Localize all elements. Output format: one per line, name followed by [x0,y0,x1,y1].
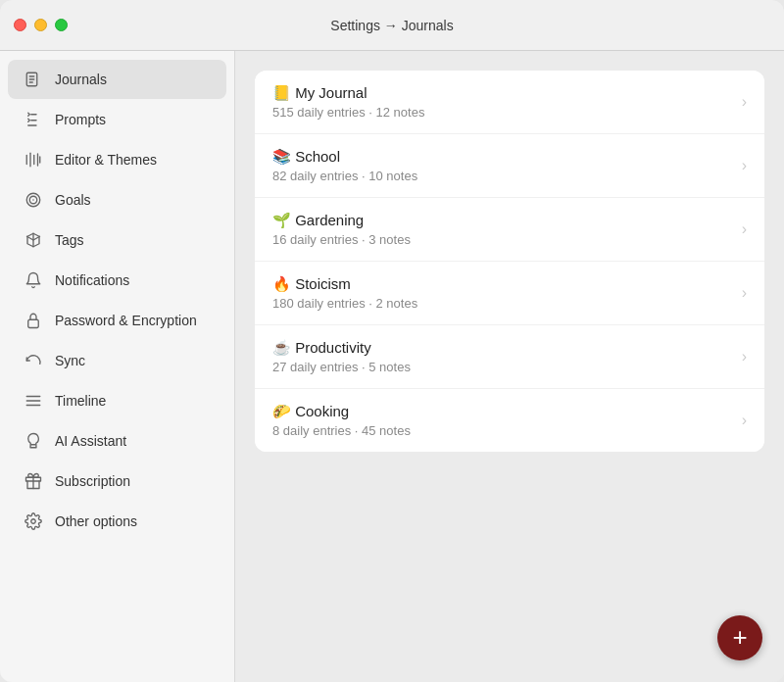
sidebar-item-notifications[interactable]: Notifications [8,261,226,300]
timeline-icon [24,391,43,411]
sidebar-item-journals[interactable]: Journals [8,60,226,99]
sidebar-item-prompts-label: Prompts [55,112,106,127]
sidebar-item-editor-label: Editor & Themes [55,152,157,168]
sidebar-item-subscription[interactable]: Subscription [8,462,226,501]
chevron-right-icon: › [742,412,747,429]
traffic-lights [14,19,68,31]
sidebar-item-notifications-label: Notifications [55,272,129,288]
sidebar-item-password[interactable]: Password & Encryption [8,301,226,340]
maximize-button[interactable] [55,19,68,31]
goals-icon [24,190,43,210]
journal-info: ☕ Productivity 27 daily entries · 5 note… [272,339,734,374]
sync-icon [24,351,43,370]
editor-icon [24,150,43,170]
prompts-icon [24,110,43,129]
journal-name: 🔥 Stoicism [272,275,734,293]
minimize-button[interactable] [34,19,47,31]
svg-point-20 [31,519,36,524]
sidebar-item-subscription-label: Subscription [55,473,130,489]
journal-meta: 180 daily entries · 2 notes [272,296,734,311]
svg-rect-15 [28,319,39,327]
journal-meta: 8 daily entries · 45 notes [272,423,734,438]
journal-item[interactable]: 🌱 Gardening 16 daily entries · 3 notes › [255,198,764,262]
journal-name: 🌮 Cooking [272,403,734,420]
journal-meta: 82 daily entries · 10 notes [272,169,734,183]
sidebar-item-prompts[interactable]: Prompts [8,100,226,139]
chevron-right-icon: › [742,348,747,365]
journal-info: 📚 School 82 daily entries · 10 notes [272,148,734,183]
sidebar-item-sync[interactable]: Sync [8,341,226,380]
journal-info: 🌱 Gardening 16 daily entries · 3 notes [272,212,734,247]
tags-icon [24,230,43,250]
sidebar-item-other-label: Other options [55,513,137,529]
journal-meta: 27 daily entries · 5 notes [272,360,734,374]
titlebar: Settings → Journals [0,0,784,51]
sidebar: Journals Prompts Editor & Themes Goals T [0,51,235,682]
chevron-right-icon: › [742,93,747,111]
sidebar-item-password-label: Password & Encryption [55,313,197,328]
journal-meta: 515 daily entries · 12 notes [272,105,734,120]
sidebar-item-tags-label: Tags [55,232,84,248]
journal-name: 🌱 Gardening [272,212,734,229]
notifications-icon [24,270,43,290]
chevron-right-icon: › [742,220,747,238]
window-title: Settings → Journals [330,18,453,33]
subscription-icon [24,471,43,491]
journal-item[interactable]: 🔥 Stoicism 180 daily entries · 2 notes › [255,262,764,325]
journal-meta: 16 daily entries · 3 notes [272,232,734,247]
close-button[interactable] [14,19,26,31]
sidebar-item-goals[interactable]: Goals [8,180,226,219]
sidebar-item-editor-themes[interactable]: Editor & Themes [8,140,226,179]
journals-icon [24,70,43,89]
sidebar-item-goals-label: Goals [55,192,91,208]
journal-name: 📚 School [272,148,734,166]
main-layout: Journals Prompts Editor & Themes Goals T [0,51,784,682]
sidebar-item-other[interactable]: Other options [8,502,226,541]
chevron-right-icon: › [742,157,747,174]
journals-list: 📒 My Journal 515 daily entries · 12 note… [255,71,764,452]
ai-icon [24,431,43,451]
journal-item[interactable]: 🌮 Cooking 8 daily entries · 45 notes › [255,389,764,452]
sidebar-item-timeline-label: Timeline [55,393,106,409]
journal-item[interactable]: 📚 School 82 daily entries · 10 notes › [255,134,764,198]
sidebar-item-journals-label: Journals [55,72,107,87]
sidebar-item-ai[interactable]: AI Assistant [8,421,226,461]
journal-name: 📒 My Journal [272,84,734,102]
svg-point-14 [32,199,34,201]
chevron-right-icon: › [742,284,747,302]
journal-item[interactable]: 📒 My Journal 515 daily entries · 12 note… [255,71,764,134]
add-journal-button[interactable]: + [717,615,762,660]
content-area: 📒 My Journal 515 daily entries · 12 note… [235,51,784,682]
sidebar-item-ai-label: AI Assistant [55,433,126,449]
journal-info: 🌮 Cooking 8 daily entries · 45 notes [272,403,734,438]
sidebar-item-sync-label: Sync [55,353,85,368]
sidebar-item-tags[interactable]: Tags [8,220,226,260]
other-icon [24,512,43,531]
plus-icon: + [732,624,747,650]
journal-info: 🔥 Stoicism 180 daily entries · 2 notes [272,275,734,311]
journal-name: ☕ Productivity [272,339,734,357]
journal-item[interactable]: ☕ Productivity 27 daily entries · 5 note… [255,325,764,389]
password-icon [24,311,43,330]
sidebar-item-timeline[interactable]: Timeline [8,381,226,420]
journal-info: 📒 My Journal 515 daily entries · 12 note… [272,84,734,120]
